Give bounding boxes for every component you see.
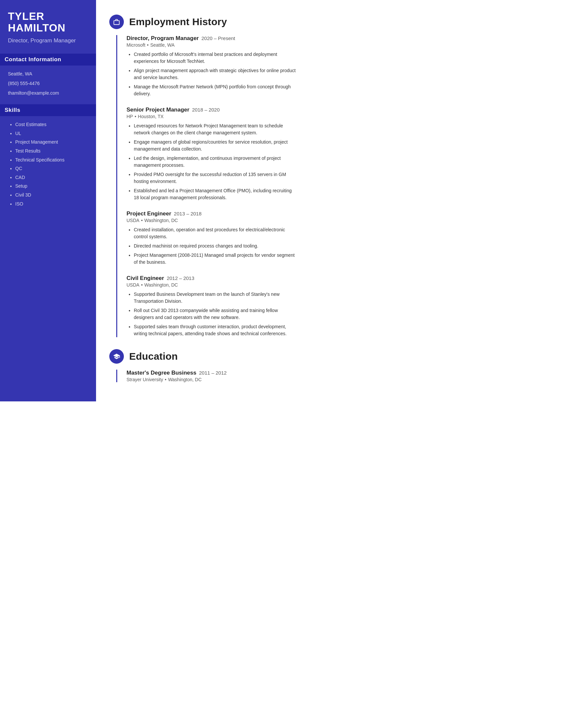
skills-list: Cost EstimatesULProject ManagementTest R… <box>8 121 88 207</box>
job-bullet: Project Management (2008-2011) Managed s… <box>134 252 296 266</box>
job-dates: 2018 – 2020 <box>192 107 219 113</box>
job-location: Washington, DC <box>144 218 178 223</box>
edu-location: Washington, DC <box>168 377 201 382</box>
job-bullet: Manage the Microsoft Partner Network (MP… <box>134 83 296 97</box>
job-bullet: Created portfolio of Microsoft's interna… <box>134 51 296 65</box>
dot-sep: • <box>164 377 166 382</box>
contact-city: Seattle, WA <box>8 71 88 77</box>
job-bullets: Created installation, operation and test… <box>126 226 296 266</box>
contact-phone: (850) 555-4476 <box>8 80 88 87</box>
job-bullet: Align project management approach with s… <box>134 67 296 81</box>
job-location: Houston, TX <box>138 114 164 119</box>
job-company-row: USDA•Washington, DC <box>126 282 296 288</box>
skill-item: ISO <box>15 201 88 207</box>
job-block: Civil Engineer2012 – 2013USDA•Washington… <box>126 275 296 337</box>
skill-item: Project Management <box>15 139 88 146</box>
sidebar: TYLER HAMILTON Director, Program Manager… <box>0 0 96 401</box>
job-company: USDA <box>126 282 139 288</box>
job-bullet: Engage managers of global regions/countr… <box>134 139 296 153</box>
contact-email: thamilton@example.com <box>8 90 88 97</box>
job-title: Director, Program Manager <box>126 35 199 42</box>
job-company: USDA <box>126 218 139 223</box>
job-bullets: Leveraged resources for Network Project … <box>126 122 296 201</box>
contact-section: Contact Information Seattle, WA (850) 55… <box>8 54 88 96</box>
job-bullet: Supported sales team through customer in… <box>134 323 296 337</box>
education-section-icon <box>109 349 124 364</box>
edu-school-row: Strayer University•Washington, DC <box>126 377 296 382</box>
skills-section-header: Skills <box>0 104 96 116</box>
job-title: Senior Project Manager <box>126 107 189 113</box>
job-title-row: Senior Project Manager2018 – 2020 <box>126 107 296 113</box>
job-bullets: Created portfolio of Microsoft's interna… <box>126 51 296 97</box>
job-bullet: Led the design, implementation, and cont… <box>134 155 296 169</box>
skill-item: Setup <box>15 183 88 190</box>
job-company: HP <box>126 114 133 119</box>
dot-sep: • <box>141 218 143 223</box>
dot-sep: • <box>141 282 143 288</box>
job-title: Civil Engineer <box>126 275 164 282</box>
job-dates: 2012 – 2013 <box>166 275 194 281</box>
job-location: Seattle, WA <box>150 42 174 48</box>
job-company-row: HP•Houston, TX <box>126 114 296 119</box>
skill-item: Test Results <box>15 148 88 155</box>
job-title: Project Engineer <box>126 210 171 217</box>
education-section-header-row: Education <box>109 349 296 364</box>
employment-section-header-row: Employment History <box>109 15 296 29</box>
skill-item: Technical Specifications <box>15 157 88 163</box>
contact-section-header: Contact Information <box>0 54 96 66</box>
skill-item: UL <box>15 130 88 137</box>
skill-item: QC <box>15 165 88 172</box>
skill-item: Cost Estimates <box>15 121 88 128</box>
job-title-row: Civil Engineer2012 – 2013 <box>126 275 296 282</box>
candidate-name: TYLER HAMILTON <box>8 11 88 34</box>
job-company: Microsoft <box>126 42 145 48</box>
job-company-row: Microsoft•Seattle, WA <box>126 42 296 48</box>
job-dates: 2013 – 2018 <box>174 211 201 216</box>
job-block: Senior Project Manager2018 – 2020HP•Hous… <box>126 107 296 201</box>
graduation-icon <box>113 353 120 360</box>
job-block: Director, Program Manager2020 – PresentM… <box>126 35 296 97</box>
job-location: Washington, DC <box>144 282 178 288</box>
education-timeline: Master's Degree Business2011 – 2012Stray… <box>116 370 296 382</box>
job-bullet: Supported Business Development team on t… <box>134 291 296 305</box>
job-bullet: Created installation, operation and test… <box>134 226 296 240</box>
job-bullet: Leveraged resources for Network Project … <box>134 122 296 136</box>
edu-degree: Master's Degree Business <box>126 370 196 376</box>
edu-block: Master's Degree Business2011 – 2012Stray… <box>126 370 296 382</box>
job-block: Project Engineer2013 – 2018USDA•Washingt… <box>126 210 296 266</box>
briefcase-icon <box>113 18 120 25</box>
job-bullets: Supported Business Development team on t… <box>126 291 296 337</box>
job-bullet: Established and led a Project Management… <box>134 187 296 201</box>
job-company-row: USDA•Washington, DC <box>126 218 296 223</box>
job-dates: 2020 – Present <box>201 35 235 41</box>
employment-section-title: Employment History <box>129 16 227 27</box>
candidate-title: Director, Program Manager <box>8 37 88 44</box>
dot-sep: • <box>134 114 136 119</box>
skill-item: CAD <box>15 174 88 181</box>
job-bullet: Roll out Civil 3D 2013 companywide while… <box>134 307 296 321</box>
employment-section-icon <box>109 15 124 29</box>
edu-title-row: Master's Degree Business2011 – 2012 <box>126 370 296 376</box>
dot-sep: • <box>147 42 149 48</box>
job-title-row: Project Engineer2013 – 2018 <box>126 210 296 217</box>
job-bullet: Directed machinist on required process c… <box>134 243 296 250</box>
education-section-title: Education <box>129 351 178 362</box>
skills-section: Skills Cost EstimatesULProject Managemen… <box>8 104 88 207</box>
edu-dates: 2011 – 2012 <box>199 370 226 376</box>
skill-item: Civil 3D <box>15 192 88 199</box>
job-title-row: Director, Program Manager2020 – Present <box>126 35 296 42</box>
main-content: Employment History Director, Program Man… <box>96 0 308 401</box>
employment-timeline: Director, Program Manager2020 – PresentM… <box>116 35 296 337</box>
job-bullet: Provided PMO oversight for the successfu… <box>134 171 296 185</box>
edu-school: Strayer University <box>126 377 163 382</box>
